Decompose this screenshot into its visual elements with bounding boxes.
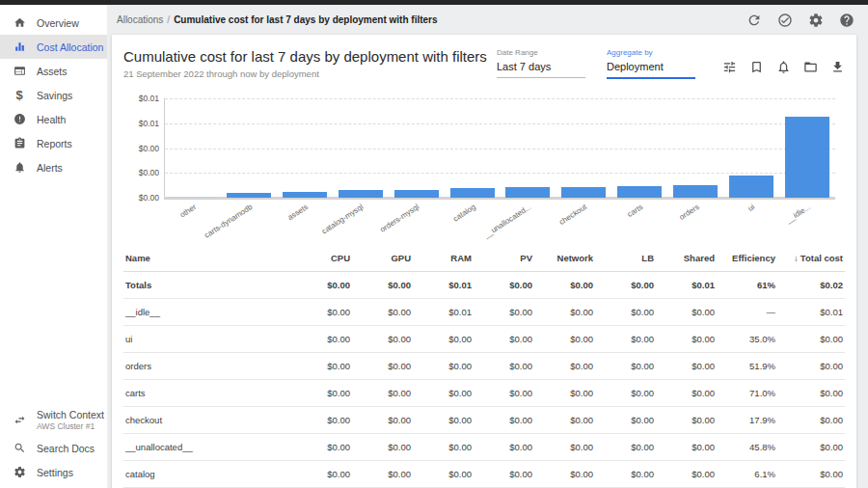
bar-catalog-mysql[interactable] xyxy=(339,190,383,198)
bar--idle-[interactable] xyxy=(785,117,829,198)
x-axis-tick-label: carts-dynamodb xyxy=(203,203,254,240)
sidebar-item-alerts[interactable]: Alerts xyxy=(0,155,107,179)
date-range-value[interactable]: Last 7 days xyxy=(497,57,585,78)
row-value: $0.00 xyxy=(352,334,413,344)
bar-slot--idle-: __idle... xyxy=(779,98,835,198)
bar-catalog[interactable] xyxy=(450,188,495,198)
bar-other[interactable] xyxy=(171,197,215,198)
sidebar-item-label: Switch Context xyxy=(37,409,104,420)
row-name: checkout xyxy=(123,415,291,425)
bar-assets[interactable] xyxy=(283,192,327,198)
health-alert-icon xyxy=(14,113,26,125)
row-name: catalog xyxy=(123,469,291,479)
aggregate-by-value[interactable]: Deployment xyxy=(607,57,695,79)
breadcrumb-parent[interactable]: Allocations xyxy=(117,14,163,25)
bar--unallocated-[interactable] xyxy=(505,187,550,198)
bar-slot-ui: ui xyxy=(723,98,779,198)
sidebar-item-switch-context[interactable]: Switch ContextAWS Cluster #1 xyxy=(0,403,107,436)
row-value: $0.00 xyxy=(352,307,413,317)
row-value: $0.00 xyxy=(474,307,534,317)
breadcrumb-current: Cumulative cost for last 7 days by deplo… xyxy=(174,14,437,25)
x-axis-tick-label: ui xyxy=(746,203,756,213)
row-value: $0.00 xyxy=(413,361,474,371)
gear-icon xyxy=(808,13,824,28)
tune-filters-icon-button[interactable] xyxy=(722,60,737,74)
row-name: orders xyxy=(123,361,291,371)
row-value: 35.0% xyxy=(717,334,777,344)
folder-icon-button[interactable] xyxy=(803,60,818,74)
bar-checkout[interactable] xyxy=(561,187,606,198)
column-header-lb[interactable]: LB xyxy=(595,253,656,263)
table-row--unallocated-[interactable]: __unallocated__$0.00$0.00$0.00$0.00$0.00… xyxy=(123,434,845,461)
bar-slot-carts-dynamodb: carts-dynamodb xyxy=(221,98,277,198)
bar-carts[interactable] xyxy=(617,186,662,198)
x-axis-tick-label: __idle... xyxy=(785,203,812,225)
table-row-catalog[interactable]: catalog$0.00$0.00$0.00$0.00$0.00$0.00$0.… xyxy=(123,461,845,488)
row-value: 6.1% xyxy=(717,469,777,479)
bar-slot-orders-mysql: orders-mysql xyxy=(389,98,445,198)
row-value: $0.00 xyxy=(656,442,717,452)
help-icon-button[interactable] xyxy=(839,13,854,28)
column-header-ram[interactable]: RAM xyxy=(413,253,474,263)
column-header-total-cost[interactable]: ↓Total cost xyxy=(777,253,845,263)
bar-orders-mysql[interactable] xyxy=(394,190,439,198)
sidebar-item-reports[interactable]: Reports xyxy=(0,131,107,155)
date-range-field[interactable]: Date Range Last 7 days xyxy=(497,48,585,78)
row-value: $0.00 xyxy=(291,415,352,425)
sidebar-item-assets[interactable]: Assets xyxy=(0,59,107,83)
table-row--idle-[interactable]: __idle__$0.00$0.00$0.01$0.00$0.00$0.00$0… xyxy=(123,299,845,326)
table-row-carts[interactable]: carts$0.00$0.00$0.00$0.00$0.00$0.00$0.00… xyxy=(123,380,845,407)
sidebar-item-overview[interactable]: Overview xyxy=(0,11,107,35)
row-value: $0.00 xyxy=(656,469,717,479)
page-header: Allocations/Cumulative cost for last 7 d… xyxy=(107,5,868,35)
table-row-checkout[interactable]: checkout$0.00$0.00$0.00$0.00$0.00$0.00$0… xyxy=(123,407,845,434)
x-axis-tick-label: assets xyxy=(285,203,309,222)
row-value: $0.00 xyxy=(595,469,656,479)
row-value: $0.01 xyxy=(413,280,474,290)
column-header-shared[interactable]: Shared xyxy=(656,253,717,263)
gear-icon-button[interactable] xyxy=(808,13,824,28)
refresh-icon-button[interactable] xyxy=(746,13,762,28)
table-row-orders[interactable]: orders$0.00$0.00$0.00$0.00$0.00$0.00$0.0… xyxy=(123,353,845,380)
sidebar-item-savings[interactable]: $Savings xyxy=(0,83,107,107)
bell-outline-icon-button[interactable] xyxy=(776,60,791,74)
assets-grid-icon xyxy=(14,65,26,77)
bar-ui[interactable] xyxy=(729,176,773,198)
sort-descending-icon: ↓ xyxy=(794,253,799,263)
sidebar-item-search-docs[interactable]: Search Docs xyxy=(0,436,107,460)
bar-orders[interactable] xyxy=(673,185,718,198)
download-icon-button[interactable] xyxy=(830,60,845,74)
row-value: $0.00 xyxy=(656,307,717,317)
tune-filters-icon xyxy=(722,60,737,74)
column-header-cpu[interactable]: CPU xyxy=(291,253,352,263)
sidebar-item-label: Savings xyxy=(37,90,72,101)
x-axis-tick-label: __unallocated... xyxy=(482,203,532,239)
row-value: $0.00 xyxy=(534,334,595,344)
column-header-efficiency[interactable]: Efficiency xyxy=(717,253,777,263)
sidebar-item-cost-allocation[interactable]: Cost Allocation xyxy=(0,35,107,59)
row-value: $0.00 xyxy=(534,280,595,290)
date-range-label: Date Range xyxy=(497,48,585,57)
check-circle-icon-button[interactable] xyxy=(777,13,793,28)
column-header-network[interactable]: Network xyxy=(534,253,595,263)
sidebar-nav: OverviewCost AllocationAssets$SavingsHea… xyxy=(0,11,107,179)
row-value: $0.00 xyxy=(352,280,413,290)
bookmark-icon-button[interactable] xyxy=(749,60,764,74)
bar-carts-dynamodb[interactable] xyxy=(227,193,271,198)
column-header-pv[interactable]: PV xyxy=(474,253,534,263)
aggregate-by-field[interactable]: Aggregate by Deployment xyxy=(607,48,695,79)
sidebar: OverviewCost AllocationAssets$SavingsHea… xyxy=(0,5,107,488)
column-header-name[interactable]: Name xyxy=(123,253,291,263)
row-value: $0.00 xyxy=(352,469,413,479)
row-value: $0.00 xyxy=(474,280,534,290)
row-value: $0.00 xyxy=(777,442,845,452)
sidebar-item-settings[interactable]: Settings xyxy=(0,460,107,484)
row-value: $0.00 xyxy=(595,442,656,452)
table-row-totals[interactable]: Totals$0.00$0.00$0.01$0.00$0.00$0.00$0.0… xyxy=(123,272,845,299)
bar-slot-assets: assets xyxy=(277,98,333,198)
bar-slot-other: other xyxy=(165,98,221,198)
table-row-ui[interactable]: ui$0.00$0.00$0.00$0.00$0.00$0.00$0.0035.… xyxy=(123,326,845,353)
sidebar-item-health[interactable]: Health xyxy=(0,107,107,131)
column-header-gpu[interactable]: GPU xyxy=(352,253,413,263)
bar-slot-carts: carts xyxy=(611,98,667,198)
